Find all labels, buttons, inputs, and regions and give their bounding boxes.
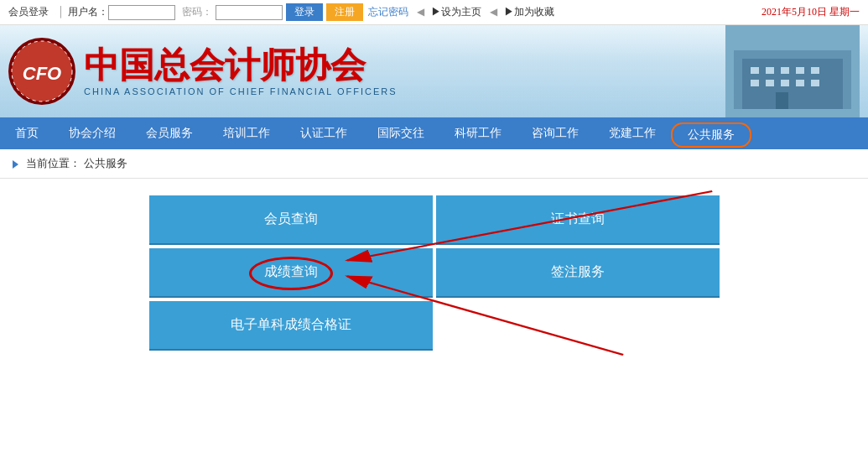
score-query-button[interactable]: 成绩查询 (149, 248, 433, 298)
divider1: ◀ (417, 6, 424, 18)
divider2: ◀ (490, 6, 497, 18)
set-home-link[interactable]: ▶设为主页 (431, 5, 481, 19)
password-input[interactable] (216, 5, 283, 20)
certificate-query-button[interactable]: 证书查询 (436, 195, 720, 245)
username-input[interactable] (108, 5, 175, 20)
single-subject-cert-button[interactable]: 电子单科成绩合格证 (149, 301, 433, 351)
svg-rect-8 (781, 67, 789, 74)
title-chinese: 中国总会计师协会 (84, 46, 725, 85)
nav-item-international[interactable]: 国际交往 (362, 117, 439, 149)
nav-item-party[interactable]: 党建工作 (594, 117, 671, 149)
breadcrumb-location: 公共服务 (84, 157, 127, 169)
nav-item-training[interactable]: 培训工作 (208, 117, 285, 149)
nav-item-about[interactable]: 协会介绍 (54, 117, 131, 149)
nav-bar: 首页 协会介绍 会员服务 培训工作 认证工作 国际交往 科研工作 咨询工作 党建… (0, 117, 868, 149)
username-label: 用户名： (68, 5, 108, 19)
favorite-link[interactable]: ▶加为收藏 (504, 5, 554, 19)
member-login-link[interactable]: 会员登录 (8, 5, 49, 19)
nav-item-home[interactable]: 首页 (0, 117, 54, 149)
breadcrumb-prefix: 当前位置： (26, 157, 81, 169)
svg-rect-9 (796, 67, 804, 74)
svg-rect-6 (751, 67, 759, 74)
nav-item-consulting[interactable]: 咨询工作 (517, 117, 594, 149)
svg-rect-15 (811, 80, 819, 86)
nav-item-member[interactable]: 会员服务 (131, 117, 208, 149)
title-area: 中国总会计师协会 CHINA ASSOCIATION OF CHIEF FINA… (84, 46, 725, 96)
member-query-button[interactable]: 会员查询 (149, 195, 433, 245)
sep1: │ (57, 6, 65, 18)
forget-password-link[interactable]: 忘记密码 (368, 5, 408, 19)
date-display: 2021年5月10日 星期一 (761, 5, 860, 19)
svg-rect-13 (781, 80, 789, 86)
breadcrumb-arrow-icon (13, 160, 18, 169)
svg-rect-10 (811, 67, 819, 74)
header-banner: CFO 中国总会计师协会 CHINA ASSOCIATION OF CHIEF … (0, 25, 868, 117)
nav-item-public[interactable]: 公共服务 (671, 122, 751, 148)
svg-rect-16 (776, 92, 788, 109)
visa-service-button[interactable]: 签注服务 (436, 248, 720, 298)
title-english: CHINA ASSOCIATION OF CHIEF FINANCIAL OFF… (84, 86, 725, 96)
content-area: 会员查询 证书查询 成绩查询 签注服务 电子单科成绩合格证 (0, 179, 868, 367)
svg-text:CFO: CFO (23, 63, 61, 84)
svg-rect-7 (766, 67, 774, 74)
svg-rect-14 (796, 80, 804, 86)
sep2: 密码： (182, 5, 212, 19)
nav-item-research[interactable]: 科研工作 (439, 117, 517, 149)
login-button[interactable]: 登录 (286, 3, 323, 21)
svg-rect-11 (751, 80, 759, 86)
top-bar: 会员登录 │ 用户名： 密码： 登录 注册 忘记密码 ◀ ▶设为主页 ◀ ▶加为… (0, 0, 868, 25)
nav-item-certification[interactable]: 认证工作 (285, 117, 362, 149)
logo: CFO (8, 38, 75, 105)
breadcrumb: 当前位置： 公共服务 (0, 149, 868, 179)
svg-rect-12 (766, 80, 774, 86)
register-button[interactable]: 注册 (326, 3, 363, 21)
header-right-image (725, 25, 860, 117)
